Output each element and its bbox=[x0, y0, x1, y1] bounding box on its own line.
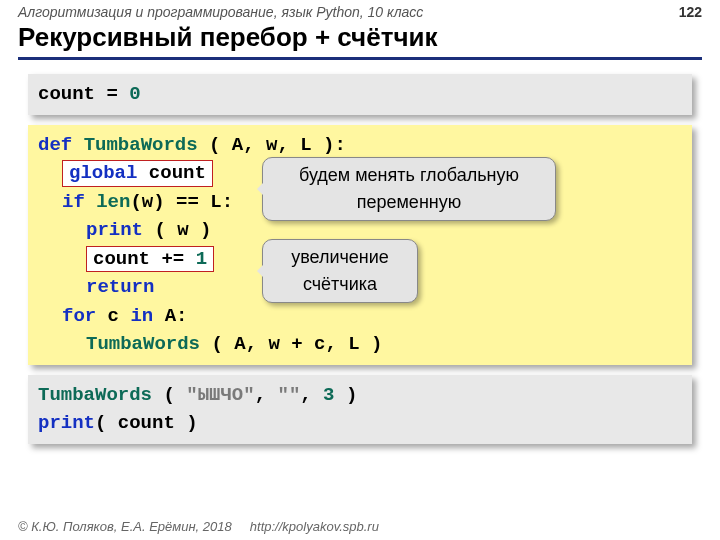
fn-call: TumbaWords bbox=[38, 384, 152, 406]
code-block-init: count = 0 bbox=[28, 74, 692, 115]
code-text: ( count ) bbox=[95, 412, 198, 434]
title-rule bbox=[18, 57, 702, 60]
fn-name: TumbaWords bbox=[84, 134, 198, 156]
footer-copyright: © К.Ю. Поляков, Е.А. Ерёмин, 2018 bbox=[18, 519, 232, 534]
page-number: 122 bbox=[679, 4, 702, 20]
code-text: , bbox=[255, 384, 278, 406]
fn-len: len bbox=[96, 191, 130, 213]
callout-counter: увеличение счётчика bbox=[262, 239, 418, 303]
page-title: Рекурсивный перебор + счётчик bbox=[18, 22, 702, 53]
code-number: 1 bbox=[196, 248, 207, 270]
footer: © К.Ю. Поляков, Е.А. Ерёмин, 2018 http:/… bbox=[18, 519, 379, 534]
boxed-global: global count bbox=[62, 160, 213, 187]
code-block-func: def TumbaWords ( A, w, L ): global count… bbox=[28, 125, 692, 365]
code-text: ( bbox=[152, 384, 186, 406]
code-text: ( A, w + c, L ) bbox=[200, 333, 382, 355]
code-text: count bbox=[137, 162, 205, 184]
code-text: , bbox=[300, 384, 323, 406]
code-text: c bbox=[96, 305, 130, 327]
footer-url: http://kpolyakov.spb.ru bbox=[250, 519, 379, 534]
code-text: A: bbox=[153, 305, 187, 327]
code-number: 3 bbox=[323, 384, 334, 406]
kw-print: print bbox=[86, 219, 143, 241]
code-text: = bbox=[95, 83, 129, 105]
code-text: ) bbox=[335, 384, 358, 406]
kw-for: for bbox=[62, 305, 96, 327]
callout-line: увеличение bbox=[291, 247, 389, 267]
kw-if: if bbox=[62, 191, 85, 213]
breadcrumb: Алгоритмизация и программирование, язык … bbox=[0, 0, 720, 20]
code-text: ( w ) bbox=[143, 219, 211, 241]
callout-global: будем менять глобальную переменную bbox=[262, 157, 556, 221]
code-block-call: TumbaWords ( "ЫШЧО", "", 3 ) print( coun… bbox=[28, 375, 692, 444]
code-number: 0 bbox=[129, 83, 140, 105]
kw-return: return bbox=[86, 276, 154, 298]
fn-call: TumbaWords bbox=[86, 333, 200, 355]
kw-print: print bbox=[38, 412, 95, 434]
callout-line: счётчика bbox=[303, 274, 377, 294]
code-text: count bbox=[38, 83, 95, 105]
code-text: (w) == L: bbox=[130, 191, 233, 213]
code-string: "" bbox=[277, 384, 300, 406]
kw-global: global bbox=[69, 162, 137, 184]
code-string: "ЫШЧО" bbox=[186, 384, 254, 406]
code-text: count += bbox=[93, 248, 196, 270]
kw-def: def bbox=[38, 134, 72, 156]
code-text: ( A, w, L ): bbox=[198, 134, 346, 156]
boxed-count: count += 1 bbox=[86, 246, 214, 273]
kw-in: in bbox=[130, 305, 153, 327]
